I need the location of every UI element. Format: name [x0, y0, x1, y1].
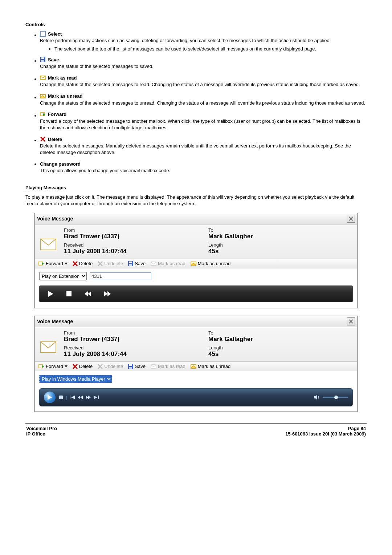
volume-slider[interactable]	[323, 397, 348, 398]
mark-unread-button-label: Mark as unread	[198, 261, 230, 266]
play-button[interactable]	[44, 392, 56, 403]
play-icon	[48, 395, 52, 400]
footer-right-2: 15-601063 Issue 20l (03 March 2009)	[285, 431, 366, 437]
save-label: Save	[48, 57, 59, 62]
svg-marker-48	[80, 396, 83, 399]
svg-marker-49	[86, 396, 88, 399]
mark-read-desc: Change the status of the selected messag…	[40, 81, 367, 88]
play-mode-select[interactable]: Play on Extension	[39, 272, 87, 280]
stop-button[interactable]	[59, 396, 63, 399]
checkbox-icon	[40, 31, 46, 37]
delete-icon	[73, 261, 78, 266]
delete-button[interactable]: Delete	[73, 364, 93, 369]
chevron-down-icon	[65, 263, 68, 265]
mark-unread-label: Mark as unread	[48, 93, 82, 99]
extension-input[interactable]	[90, 272, 151, 280]
length-label: Length	[208, 345, 353, 351]
play-mode-select[interactable]: Play in Windows Media Player	[39, 375, 112, 383]
svg-marker-23	[48, 291, 53, 297]
svg-marker-25	[85, 291, 88, 296]
svg-rect-0	[40, 31, 45, 36]
received-value: 11 July 2008 14:07:44	[64, 248, 208, 255]
undelete-button-label: Undelete	[104, 261, 123, 266]
undelete-icon	[98, 261, 103, 266]
to-value: Mark Gallagher	[208, 233, 353, 240]
svg-marker-28	[107, 291, 111, 296]
received-label: Received	[64, 345, 208, 351]
mark-unread-button[interactable]: Mark as unread	[191, 261, 230, 266]
mark-unread-button[interactable]: Mark as unread	[191, 364, 230, 369]
save-button-label: Save	[135, 261, 146, 266]
voice-message-window-wmp: Voice Message From Brad Trower (4337) To…	[34, 316, 358, 412]
footer-left-2: IP Office	[26, 431, 57, 437]
svg-rect-45	[70, 396, 70, 399]
close-button[interactable]	[347, 317, 355, 325]
from-value: Brad Trower (4337)	[64, 336, 208, 343]
to-label: To	[208, 227, 353, 233]
stop-button[interactable]	[66, 291, 72, 296]
mark-read-button-label: Mark as read	[158, 364, 185, 369]
svg-marker-46	[71, 396, 75, 399]
forward-desc: Forward a copy of the selected message t…	[40, 118, 367, 131]
forward-icon	[38, 261, 44, 266]
controls-heading: Controls	[25, 22, 367, 27]
mark-read-button: Mark as read	[151, 261, 185, 266]
mark-read-icon	[40, 75, 46, 81]
playing-intro: To play a message just click on it. The …	[25, 194, 367, 207]
delete-button-label: Delete	[79, 261, 93, 266]
undelete-button-label: Undelete	[104, 364, 123, 369]
mark-unread-button-label: Mark as unread	[198, 364, 230, 369]
next-button[interactable]	[94, 396, 99, 399]
prev-button[interactable]	[70, 396, 75, 399]
footer-left-1: Voicemail Pro	[26, 426, 57, 431]
playing-heading: Playing Messages	[25, 185, 367, 190]
svg-rect-2	[41, 57, 44, 59]
delete-button[interactable]: Delete	[73, 261, 93, 266]
mark-read-label: Mark as read	[48, 75, 77, 81]
close-icon	[349, 216, 353, 221]
vm-title: Voice Message	[37, 319, 73, 324]
svg-marker-51	[94, 396, 97, 399]
received-label: Received	[64, 242, 208, 248]
play-button[interactable]	[48, 291, 53, 297]
svg-rect-52	[98, 396, 99, 399]
save-button[interactable]: Save	[128, 261, 146, 266]
forward-icon	[40, 112, 46, 117]
svg-marker-53	[314, 395, 317, 400]
forward-button[interactable]: Forward	[38, 261, 68, 266]
forward-button-label: Forward	[46, 364, 63, 369]
extension-player	[39, 285, 353, 302]
svg-marker-47	[78, 396, 80, 399]
delete-icon	[40, 136, 46, 142]
footer-right-1: Page 84	[285, 426, 366, 431]
controls-list: Select Before performing many actions su…	[25, 31, 367, 174]
forward-icon	[38, 364, 44, 369]
change-password-desc: This option allows you to change your vo…	[40, 167, 367, 174]
delete-icon	[73, 364, 78, 369]
wmp-player: |	[39, 388, 353, 406]
save-button[interactable]: Save	[128, 364, 146, 369]
svg-marker-27	[104, 291, 107, 296]
page-footer: Voicemail Pro IP Office Page 84 15-60106…	[25, 426, 367, 447]
footer-divider	[25, 423, 367, 424]
svg-marker-26	[88, 291, 91, 296]
svg-marker-13	[65, 263, 68, 265]
mark-unread-icon	[191, 364, 196, 369]
envelope-icon	[39, 227, 57, 255]
undelete-button: Undelete	[98, 261, 123, 266]
change-password-label: Change password	[40, 161, 81, 167]
from-label: From	[64, 330, 208, 336]
svg-rect-3	[41, 60, 44, 62]
fast-forward-button[interactable]	[86, 396, 91, 399]
forward-button[interactable]: Forward	[38, 364, 68, 369]
forward-button-label: Forward	[46, 261, 63, 266]
forward-label: Forward	[48, 112, 66, 117]
svg-marker-33	[65, 365, 68, 368]
length-label: Length	[208, 242, 353, 248]
length-value: 45s	[208, 248, 353, 255]
fast-forward-button[interactable]	[104, 291, 111, 296]
rewind-button[interactable]	[78, 396, 83, 399]
rewind-button[interactable]	[85, 291, 91, 296]
select-desc: Before performing many actions such as s…	[40, 37, 367, 44]
close-button[interactable]	[347, 215, 355, 223]
